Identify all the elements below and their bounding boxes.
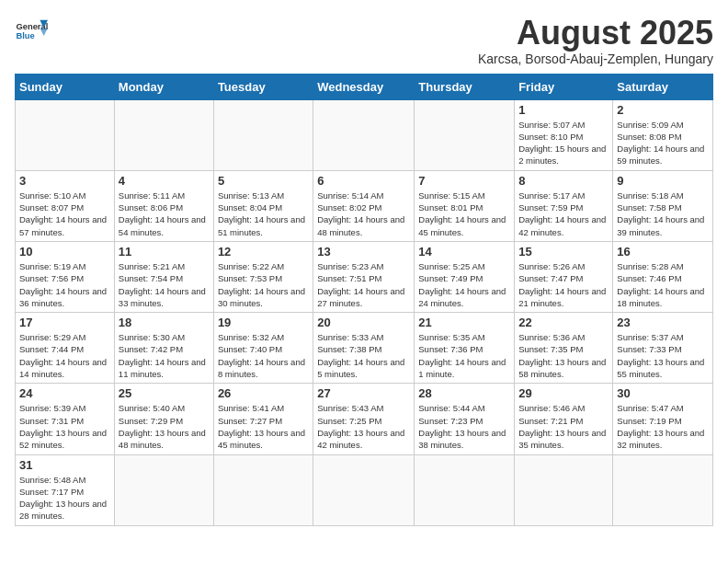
calendar-cell (213, 454, 313, 525)
day-info: Sunrise: 5:32 AM Sunset: 7:40 PM Dayligh… (218, 331, 309, 380)
day-header-monday: Monday (114, 74, 213, 99)
day-info: Sunrise: 5:13 AM Sunset: 8:04 PM Dayligh… (218, 190, 309, 238)
calendar-week-2: 3Sunrise: 5:10 AM Sunset: 8:07 PM Daylig… (16, 170, 713, 241)
day-info: Sunrise: 5:36 AM Sunset: 7:35 PM Dayligh… (518, 331, 609, 380)
day-number: 18 (119, 316, 210, 329)
calendar-cell: 7Sunrise: 5:15 AM Sunset: 8:01 PM Daylig… (415, 170, 515, 241)
location-subtitle: Karcsa, Borsod-Abauj-Zemplen, Hungary (478, 52, 713, 66)
calendar-cell (515, 454, 613, 525)
calendar-cell: 10Sunrise: 5:19 AM Sunset: 7:56 PM Dayli… (16, 241, 115, 312)
day-info: Sunrise: 5:18 AM Sunset: 7:58 PM Dayligh… (617, 190, 709, 238)
day-info: Sunrise: 5:44 AM Sunset: 7:23 PM Dayligh… (418, 402, 510, 451)
calendar-cell: 25Sunrise: 5:40 AM Sunset: 7:29 PM Dayli… (114, 384, 213, 454)
calendar-cell: 14Sunrise: 5:25 AM Sunset: 7:49 PM Dayli… (415, 241, 515, 312)
calendar-cell: 21Sunrise: 5:35 AM Sunset: 7:36 PM Dayli… (415, 313, 515, 384)
calendar-week-5: 24Sunrise: 5:39 AM Sunset: 7:31 PM Dayli… (16, 384, 713, 454)
calendar-cell: 16Sunrise: 5:28 AM Sunset: 7:46 PM Dayli… (613, 241, 713, 312)
logo: General Blue (15, 15, 48, 48)
day-info: Sunrise: 5:33 AM Sunset: 7:38 PM Dayligh… (317, 331, 410, 380)
day-number: 8 (518, 174, 609, 188)
day-number: 13 (317, 245, 410, 259)
svg-text:Blue: Blue (16, 31, 34, 40)
day-info: Sunrise: 5:40 AM Sunset: 7:29 PM Dayligh… (119, 402, 210, 451)
calendar-cell: 2Sunrise: 5:09 AM Sunset: 8:08 PM Daylig… (613, 99, 713, 170)
calendar-table: SundayMondayTuesdayWednesdayThursdayFrid… (15, 74, 713, 526)
day-info: Sunrise: 5:23 AM Sunset: 7:51 PM Dayligh… (317, 260, 410, 309)
day-number: 19 (218, 316, 309, 329)
calendar-cell: 17Sunrise: 5:29 AM Sunset: 7:44 PM Dayli… (16, 313, 115, 384)
day-number: 14 (418, 245, 510, 259)
calendar-cell: 11Sunrise: 5:21 AM Sunset: 7:54 PM Dayli… (114, 241, 213, 312)
day-info: Sunrise: 5:10 AM Sunset: 8:07 PM Dayligh… (19, 190, 110, 238)
calendar-cell (213, 99, 313, 170)
calendar-cell: 29Sunrise: 5:46 AM Sunset: 7:21 PM Dayli… (515, 384, 613, 454)
calendar-cell: 4Sunrise: 5:11 AM Sunset: 8:06 PM Daylig… (114, 170, 213, 241)
calendar-header-row: SundayMondayTuesdayWednesdayThursdayFrid… (16, 74, 713, 99)
calendar-cell: 15Sunrise: 5:26 AM Sunset: 7:47 PM Dayli… (515, 241, 613, 312)
day-number: 10 (19, 245, 110, 259)
day-number: 3 (19, 174, 110, 188)
calendar-cell: 18Sunrise: 5:30 AM Sunset: 7:42 PM Dayli… (114, 313, 213, 384)
calendar-cell (114, 99, 213, 170)
day-info: Sunrise: 5:47 AM Sunset: 7:19 PM Dayligh… (617, 402, 709, 451)
day-number: 16 (617, 245, 709, 259)
day-number: 30 (617, 386, 709, 400)
calendar-cell (415, 99, 515, 170)
day-info: Sunrise: 5:17 AM Sunset: 7:59 PM Dayligh… (518, 190, 609, 238)
day-info: Sunrise: 5:22 AM Sunset: 7:53 PM Dayligh… (218, 260, 309, 309)
day-number: 5 (218, 174, 309, 188)
calendar-cell: 6Sunrise: 5:14 AM Sunset: 8:02 PM Daylig… (313, 170, 415, 241)
day-info: Sunrise: 5:43 AM Sunset: 7:25 PM Dayligh… (317, 402, 410, 451)
day-number: 26 (218, 386, 309, 400)
day-header-tuesday: Tuesday (213, 74, 313, 99)
calendar-cell: 27Sunrise: 5:43 AM Sunset: 7:25 PM Dayli… (313, 384, 415, 454)
day-info: Sunrise: 5:35 AM Sunset: 7:36 PM Dayligh… (418, 331, 510, 380)
day-number: 9 (617, 174, 709, 188)
calendar-cell (313, 454, 415, 525)
calendar-cell: 19Sunrise: 5:32 AM Sunset: 7:40 PM Dayli… (213, 313, 313, 384)
day-info: Sunrise: 5:14 AM Sunset: 8:02 PM Dayligh… (317, 190, 410, 238)
day-number: 25 (119, 386, 210, 400)
calendar-cell: 8Sunrise: 5:17 AM Sunset: 7:59 PM Daylig… (515, 170, 613, 241)
calendar-week-4: 17Sunrise: 5:29 AM Sunset: 7:44 PM Dayli… (16, 313, 713, 384)
day-number: 7 (418, 174, 510, 188)
day-header-wednesday: Wednesday (313, 74, 415, 99)
day-number: 24 (19, 386, 110, 400)
calendar-cell: 1Sunrise: 5:07 AM Sunset: 8:10 PM Daylig… (515, 99, 613, 170)
day-info: Sunrise: 5:19 AM Sunset: 7:56 PM Dayligh… (19, 260, 110, 309)
day-number: 17 (19, 316, 110, 329)
calendar-cell: 20Sunrise: 5:33 AM Sunset: 7:38 PM Dayli… (313, 313, 415, 384)
calendar-cell (613, 454, 713, 525)
calendar-cell: 26Sunrise: 5:41 AM Sunset: 7:27 PM Dayli… (213, 384, 313, 454)
calendar-cell (415, 454, 515, 525)
day-info: Sunrise: 5:29 AM Sunset: 7:44 PM Dayligh… (19, 331, 110, 380)
logo-icon: General Blue (15, 15, 48, 48)
calendar-cell: 24Sunrise: 5:39 AM Sunset: 7:31 PM Dayli… (16, 384, 115, 454)
calendar-cell: 23Sunrise: 5:37 AM Sunset: 7:33 PM Dayli… (613, 313, 713, 384)
calendar-cell (16, 99, 115, 170)
day-info: Sunrise: 5:11 AM Sunset: 8:06 PM Dayligh… (119, 190, 210, 238)
day-info: Sunrise: 5:25 AM Sunset: 7:49 PM Dayligh… (418, 260, 510, 309)
day-header-thursday: Thursday (415, 74, 515, 99)
day-info: Sunrise: 5:37 AM Sunset: 7:33 PM Dayligh… (617, 331, 709, 380)
day-number: 21 (418, 316, 510, 329)
calendar-cell (114, 454, 213, 525)
calendar-cell: 31Sunrise: 5:48 AM Sunset: 7:17 PM Dayli… (16, 454, 115, 525)
calendar-cell (313, 99, 415, 170)
day-number: 6 (317, 174, 410, 188)
calendar-cell: 12Sunrise: 5:22 AM Sunset: 7:53 PM Dayli… (213, 241, 313, 312)
day-number: 15 (518, 245, 609, 259)
calendar-cell: 3Sunrise: 5:10 AM Sunset: 8:07 PM Daylig… (16, 170, 115, 241)
calendar-cell: 5Sunrise: 5:13 AM Sunset: 8:04 PM Daylig… (213, 170, 313, 241)
day-info: Sunrise: 5:21 AM Sunset: 7:54 PM Dayligh… (119, 260, 210, 309)
title-area: August 2025 Karcsa, Borsod-Abauj-Zemplen… (478, 15, 713, 66)
day-info: Sunrise: 5:09 AM Sunset: 8:08 PM Dayligh… (617, 119, 709, 167)
day-info: Sunrise: 5:07 AM Sunset: 8:10 PM Dayligh… (518, 119, 609, 167)
day-number: 11 (119, 245, 210, 259)
calendar-week-1: 1Sunrise: 5:07 AM Sunset: 8:10 PM Daylig… (16, 99, 713, 170)
day-number: 4 (119, 174, 210, 188)
page-header: General Blue August 2025 Karcsa, Borsod-… (15, 15, 713, 66)
calendar-cell: 28Sunrise: 5:44 AM Sunset: 7:23 PM Dayli… (415, 384, 515, 454)
calendar-week-6: 31Sunrise: 5:48 AM Sunset: 7:17 PM Dayli… (16, 454, 713, 525)
calendar-cell: 30Sunrise: 5:47 AM Sunset: 7:19 PM Dayli… (613, 384, 713, 454)
